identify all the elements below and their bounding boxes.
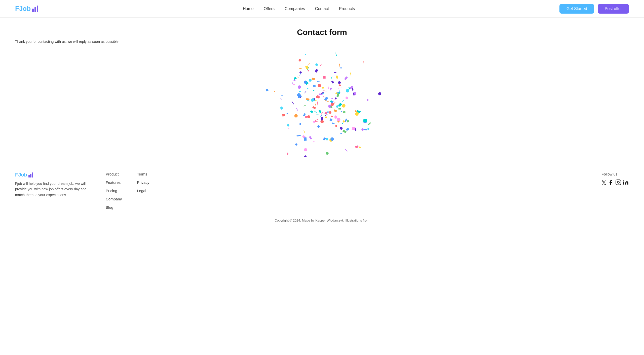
nav-home[interactable]: Home [243, 7, 254, 11]
linkedin-icon[interactable] [623, 179, 629, 187]
nav-contact[interactable]: Contact [315, 7, 329, 11]
confetti-canvas [15, 51, 629, 157]
svg-rect-0 [616, 180, 621, 185]
post-offer-button[interactable]: Post offer [598, 4, 629, 14]
nav-links: Home Offers Companies Contact Products [243, 7, 355, 11]
thank-you-message: Thank you for contacting with us, we wil… [15, 40, 629, 44]
footer-link-privacy[interactable]: Privacy [137, 180, 149, 185]
footer-nav-col2: Terms Privacy Legal [137, 172, 149, 193]
main-content: Contact form Thank you for contacting wi… [0, 18, 644, 162]
footer-link-product[interactable]: Product [106, 172, 122, 176]
nav-companies[interactable]: Companies [285, 7, 305, 11]
footer-nav-col1: Product Features Pricing Company Blog [106, 172, 122, 209]
logo-bar-2 [34, 7, 36, 12]
footer-social-title: Follow us [601, 172, 629, 176]
svg-point-2 [620, 181, 620, 181]
footer-logo-bar-2 [30, 174, 31, 177]
footer-link-pricing[interactable]: Pricing [106, 189, 122, 193]
footer-logo-bar-3 [32, 172, 33, 177]
logo-bar-1 [32, 9, 34, 12]
footer-copyright: Copyright © 2024. Made by Kacper Włodarc… [0, 215, 644, 226]
nav-actions: Get Started Post offer [559, 4, 629, 14]
footer-logo: FJob [15, 172, 91, 178]
page-title: Contact form [15, 28, 629, 37]
footer-logo-bars [28, 172, 33, 177]
footer-link-features[interactable]: Features [106, 180, 122, 185]
twitter-icon[interactable]: 𝕏 [601, 179, 606, 187]
social-icons: 𝕏 [601, 179, 629, 187]
logo-link[interactable]: FJob [15, 5, 38, 13]
footer-brand: FJob Fjob will help you find your dream … [15, 172, 91, 198]
footer-link-legal[interactable]: Legal [137, 189, 149, 193]
footer-link-terms[interactable]: Terms [137, 172, 149, 176]
svg-point-4 [623, 180, 624, 181]
get-started-button[interactable]: Get Started [559, 4, 594, 14]
facebook-icon[interactable] [608, 179, 614, 187]
logo-bars-icon [32, 6, 38, 12]
confetti-area [15, 51, 629, 157]
footer: FJob Fjob will help you find your dream … [0, 162, 644, 226]
footer-brand-description: Fjob will help you find your dream job, … [15, 181, 91, 198]
logo-text: FJob [15, 5, 31, 13]
footer-logo-bar-1 [28, 175, 30, 177]
footer-social: Follow us 𝕏 [601, 172, 629, 187]
footer-content: FJob Fjob will help you find your dream … [0, 162, 644, 215]
footer-link-company[interactable]: Company [106, 197, 122, 201]
logo-bar-3 [37, 6, 38, 12]
navbar: FJob Home Offers Companies Contact Produ… [0, 0, 644, 18]
footer-link-blog[interactable]: Blog [106, 205, 122, 209]
svg-rect-3 [623, 182, 624, 185]
instagram-icon[interactable] [615, 179, 621, 187]
svg-point-1 [617, 181, 619, 183]
nav-products[interactable]: Products [339, 7, 355, 11]
footer-logo-text: FJob [15, 172, 27, 178]
nav-offers[interactable]: Offers [264, 7, 275, 11]
